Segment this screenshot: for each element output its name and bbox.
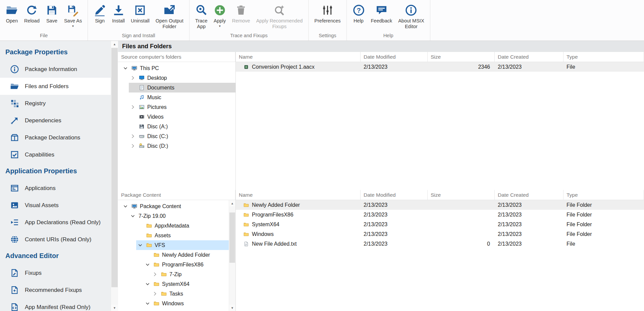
package-tree-scrollbar[interactable]: ▲ ▼ (229, 200, 235, 311)
column-header-date-created[interactable]: Date Created (495, 52, 564, 62)
source-tree-item-disc-c[interactable]: Disc (C:) (118, 131, 235, 141)
column-header-name[interactable]: Name (236, 190, 361, 200)
file-name-label: Newly Added Folder (252, 202, 300, 208)
sidebar-item-registry[interactable]: Registry (0, 95, 111, 112)
package-tree-scrollbar-thumb[interactable] (229, 212, 235, 263)
sign-button[interactable]: Sign (91, 3, 108, 24)
source-tree-item-disc-d[interactable]: Disc (D:) (118, 141, 235, 151)
chevron-down-icon[interactable] (129, 213, 136, 219)
package-tree-item-systemx64[interactable]: SystemX64 (118, 279, 229, 289)
chevron-down-icon[interactable] (122, 203, 129, 209)
package-tree-item-programfilesx86[interactable]: ProgramFilesX86 (118, 260, 229, 269)
sidebar-item-dependencies[interactable]: Dependencies (0, 112, 111, 129)
sidebar-item-fixups[interactable]: Fixups (0, 264, 111, 282)
sidebar-scrollbar[interactable]: ▲ ▼ (111, 41, 118, 311)
source-tree-item-videos[interactable]: Videos (118, 112, 235, 122)
package-tree-item-windows[interactable]: Windows (118, 299, 229, 308)
scroll-down-icon[interactable]: ▼ (111, 305, 118, 311)
install-button[interactable]: Install (110, 3, 127, 24)
feedback-button[interactable]: Feedback (369, 3, 395, 24)
chevron-right-icon[interactable] (129, 75, 136, 81)
button-label: Apply Recommended Fixups (256, 18, 303, 29)
chevron-right-icon[interactable] (129, 104, 136, 110)
chevron-down-icon[interactable]: ▾ (72, 24, 74, 28)
chevron-right-icon[interactable] (129, 143, 136, 149)
package-tree-item-tasks[interactable]: Tasks (118, 289, 229, 299)
scroll-up-icon[interactable]: ▲ (111, 41, 118, 47)
scroll-up-icon[interactable]: ▲ (229, 200, 235, 206)
apply-button[interactable]: Apply▾ (211, 3, 228, 28)
about-msix-editor-button[interactable]: About MSIX Editor (396, 3, 426, 29)
sidebar-item-content-uris-read-only[interactable]: Content URIs (Read Only) (0, 231, 111, 248)
help-button[interactable]: ?Help (350, 3, 367, 24)
chevron-right-icon[interactable] (152, 291, 158, 297)
preferences-button[interactable]: Preferences (312, 3, 343, 24)
sidebar-item-package-information[interactable]: Package Information (0, 61, 111, 78)
ribbon-group-label: Trace and Fixups (190, 32, 309, 41)
package-tree-item-7-zip[interactable]: 7-Zip (118, 269, 229, 279)
column-header-name[interactable]: Name (236, 52, 361, 62)
sidebar-item-files-and-folders[interactable]: Files and Folders (0, 78, 111, 95)
sidebar-item-capabilities[interactable]: Capabilities (0, 146, 111, 163)
sidebar-item-applications[interactable]: Applications (0, 180, 111, 197)
expander-placeholder (137, 233, 144, 238)
column-header-size[interactable]: Size (428, 190, 495, 200)
file-row-conversion-project-1-aacx[interactable]: Conversion Project 1.aacx2/13/202323462/… (236, 62, 644, 72)
source-tree-item-this-pc[interactable]: This PC (118, 63, 235, 73)
file-row-newly-added-folder[interactable]: Newly Added Folder2/13/20232/13/2023File… (236, 200, 644, 210)
open-output-folder-button[interactable]: Open Output Folder (153, 3, 186, 29)
package-tree-item-appxmetadata[interactable]: AppxMetadata (118, 221, 229, 231)
sidebar-scrollbar-track[interactable] (111, 47, 118, 305)
file-row-windows[interactable]: Windows2/13/20232/13/2023File Folder (236, 229, 644, 239)
chevron-down-icon[interactable] (144, 262, 151, 267)
file-row-systemx64[interactable]: SystemX642/13/20232/13/2023File Folder (236, 220, 644, 229)
source-tree-item-documents[interactable]: Documents (118, 83, 235, 92)
sidebar-item-label: Applications (25, 185, 56, 192)
sidebar-scrollbar-thumb[interactable] (111, 48, 118, 287)
file-row-new-file-added-txt[interactable]: New File Added.txt2/13/202302/13/2023Fil… (236, 239, 644, 249)
save-as-button[interactable]: Save As▾ (62, 3, 84, 28)
source-tree-item-pictures[interactable]: Pictures (118, 102, 235, 112)
chevron-down-icon[interactable] (122, 65, 129, 71)
reload-button[interactable]: Reload (22, 3, 42, 24)
package-tree-item-newly-added-folder[interactable]: Newly Added Folder (118, 250, 229, 260)
expander-placeholder (144, 252, 151, 258)
scroll-down-icon[interactable]: ▼ (229, 305, 235, 311)
sidebar-item-app-declarations-read-only[interactable]: App Declarations (Read Only) (0, 214, 111, 231)
column-header-date-modified[interactable]: Date Modified (361, 190, 428, 200)
package-tree-item-package-content[interactable]: Package Content (118, 201, 229, 211)
chevron-down-icon[interactable] (144, 301, 151, 306)
tree-item-label: VFS (155, 242, 165, 248)
source-tree-item-music[interactable]: Music (118, 92, 235, 102)
sidebar-item-visual-assets[interactable]: Visual Assets (0, 197, 111, 214)
package-content-tree: Package Content7-Zip 19.00AppxMetadataAs… (118, 200, 229, 311)
package-tree-item-assets[interactable]: Assets (118, 231, 229, 240)
column-header-size[interactable]: Size (428, 52, 495, 62)
chevron-down-icon[interactable] (144, 281, 151, 287)
open-button[interactable]: Open (3, 3, 20, 24)
package-tree-item-vfs[interactable]: VFS (118, 240, 229, 250)
column-header-date-created[interactable]: Date Created (495, 190, 564, 200)
source-tree-item-disc-a[interactable]: Disc (A:) (118, 122, 235, 131)
package-tree-item-7-zip-19-00[interactable]: 7-Zip 19.00 (118, 211, 229, 221)
trace-app-button[interactable]: Trace App (193, 3, 210, 29)
sidebar-item-app-manifest-read-only[interactable]: App Manifest (Read Only) (0, 299, 111, 311)
column-header-type[interactable]: Type (564, 190, 644, 200)
source-tree-item-desktop[interactable]: Desktop (118, 73, 235, 83)
column-header-type[interactable]: Type (564, 52, 644, 62)
sidebar-item-package-declarations[interactable]: Package Declarations (0, 129, 111, 146)
tree-item-label: Disc (D:) (147, 143, 168, 149)
documents-icon (139, 85, 145, 90)
chevron-down-icon[interactable]: ▾ (219, 24, 221, 28)
file-row-programfilesx86[interactable]: ProgramFilesX862/13/20232/13/2023File Fo… (236, 210, 644, 220)
folder-small-icon (243, 222, 249, 227)
column-header-date-modified[interactable]: Date Modified (361, 52, 428, 62)
sidebar-item-recommended-fixups[interactable]: Recommended Fixups (0, 282, 111, 299)
save-button[interactable]: Save (43, 3, 60, 24)
date-created-cell: 2/13/2023 (495, 220, 564, 229)
chevron-down-icon[interactable] (137, 242, 144, 248)
chevron-right-icon[interactable] (129, 133, 136, 139)
uninstall-button[interactable]: Uninstall (128, 3, 152, 24)
package-tree-scrollbar-track[interactable] (229, 206, 235, 305)
chevron-right-icon[interactable] (152, 271, 158, 277)
